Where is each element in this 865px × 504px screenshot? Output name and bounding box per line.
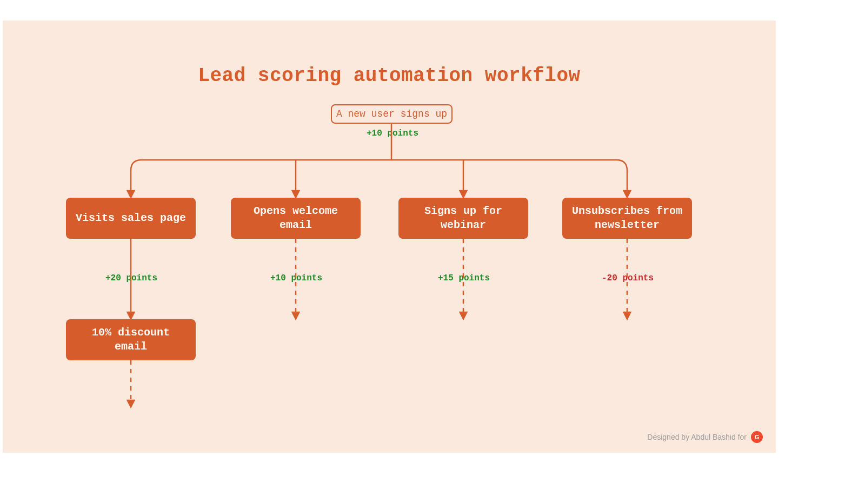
followup-node-discount-email: 10% discount email bbox=[66, 319, 196, 360]
start-node-label: A new user signs up bbox=[336, 109, 447, 119]
diagram-title: Lead scoring automation workflow bbox=[3, 65, 776, 87]
branch-label: Visits sales page bbox=[76, 211, 186, 225]
branch-label: Unsubscribes from newsletter bbox=[570, 204, 684, 232]
branch-label: Opens welcome email bbox=[238, 204, 353, 232]
start-points: +10 points bbox=[367, 129, 418, 138]
branch-points-1: +10 points bbox=[270, 273, 322, 283]
g2-logo-icon: G bbox=[751, 431, 763, 443]
branch-label: Signs up for webinar bbox=[406, 204, 521, 232]
branch-points-3: -20 points bbox=[602, 273, 654, 283]
branch-points-2: +15 points bbox=[438, 273, 490, 283]
credit-text: Designed by Abdul Bashid for bbox=[647, 433, 747, 441]
branch-points-0: +20 points bbox=[105, 273, 157, 283]
diagram-canvas: Lead scoring automation workflow A new u… bbox=[3, 21, 776, 453]
followup-label: 10% discount email bbox=[74, 326, 188, 354]
branch-node-opens-email: Opens welcome email bbox=[231, 198, 361, 239]
branch-node-visits-sales: Visits sales page bbox=[66, 198, 196, 239]
start-node: A new user signs up bbox=[331, 104, 453, 124]
branch-node-webinar: Signs up for webinar bbox=[398, 198, 528, 239]
branch-node-unsubscribe: Unsubscribes from newsletter bbox=[562, 198, 692, 239]
credit-line: Designed by Abdul Bashid for G bbox=[647, 431, 763, 443]
